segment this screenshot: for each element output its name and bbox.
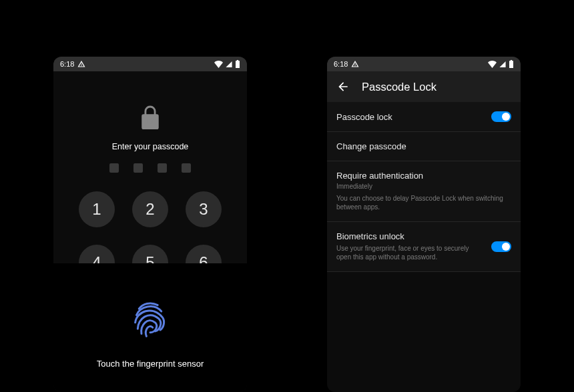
fingerprint-sheet: Touch the fingerprint sensor [53, 263, 247, 392]
key-3[interactable]: 3 [186, 191, 222, 227]
passcode-dot [109, 163, 119, 173]
key-1[interactable]: 1 [79, 191, 115, 227]
status-time: 6:18 [60, 60, 74, 68]
signal-icon [225, 61, 233, 68]
back-button[interactable] [336, 80, 350, 93]
settings-list: Passcode lock Change passcode Require au… [327, 102, 521, 272]
phone-settings-screen: 6:18 Passcode Lock Passcode lock [327, 57, 521, 392]
row-description: Use your fingerprint, face or eyes to se… [336, 244, 483, 262]
fingerprint-icon[interactable] [131, 300, 169, 341]
wifi-icon [214, 61, 223, 68]
key-2[interactable]: 2 [132, 191, 168, 227]
wifi-icon [488, 61, 497, 68]
passcode-dot [182, 163, 191, 173]
passcode-dot [133, 163, 143, 173]
row-title: Require authentication [336, 171, 511, 181]
battery-icon [235, 60, 240, 68]
toggle-passcode-lock[interactable] [491, 111, 511, 122]
row-title: Biometrics unlock [336, 231, 483, 241]
passcode-prompt: Enter your passcode [53, 142, 247, 151]
row-biometrics-unlock[interactable]: Biometrics unlock Use your fingerprint, … [327, 222, 521, 272]
status-bar: 6:18 [53, 57, 247, 71]
lock-icon [139, 105, 162, 131]
row-title: Passcode lock [336, 112, 483, 122]
warning-icon [351, 60, 359, 68]
battery-icon [509, 60, 514, 68]
settings-title: Passcode Lock [362, 81, 437, 93]
row-title: Change passcode [336, 141, 511, 151]
passcode-dot [158, 163, 167, 173]
row-subtitle: Immediately [336, 182, 511, 191]
toggle-biometrics[interactable] [491, 241, 511, 252]
status-time: 6:18 [334, 60, 348, 68]
row-description: You can choose to delay Passcode Lock wh… [336, 194, 511, 212]
row-require-authentication[interactable]: Require authentication Immediately You c… [327, 161, 521, 222]
row-change-passcode[interactable]: Change passcode [327, 132, 521, 161]
fingerprint-prompt: Touch the fingerprint sensor [67, 359, 234, 369]
passcode-area: Enter your passcode 1 2 3 4 5 6 [53, 71, 247, 281]
settings-header: Passcode Lock [327, 71, 521, 102]
status-bar: 6:18 [327, 57, 521, 71]
row-passcode-lock[interactable]: Passcode lock [327, 102, 521, 132]
phone-passcode-screen: 6:18 Enter your passcode [53, 57, 247, 392]
warning-icon [77, 60, 85, 68]
signal-icon [499, 61, 507, 68]
passcode-indicator [53, 163, 247, 173]
